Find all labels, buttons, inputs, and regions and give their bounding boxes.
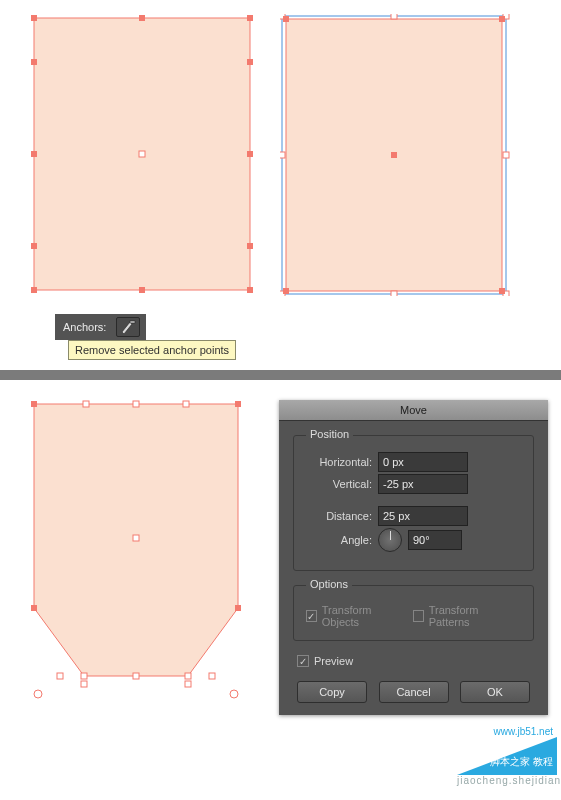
- svg-rect-32: [31, 605, 37, 611]
- svg-rect-41: [133, 535, 139, 541]
- svg-rect-37: [185, 673, 191, 679]
- move-dialog: Move Position Horizontal: Vertical: Dist…: [279, 400, 548, 715]
- svg-rect-28: [391, 152, 397, 158]
- svg-rect-40: [185, 681, 191, 687]
- svg-rect-31: [235, 401, 241, 407]
- position-caption: Position: [306, 428, 353, 440]
- vertical-input[interactable]: [378, 474, 468, 494]
- horizontal-input[interactable]: [378, 452, 468, 472]
- svg-rect-9: [247, 243, 253, 249]
- svg-point-43: [230, 690, 238, 698]
- transform-objects-checkbox[interactable]: ✓ Transform Objects: [306, 604, 401, 628]
- preview-checkbox[interactable]: ✓ Preview: [297, 655, 353, 667]
- position-group: Position Horizontal: Vertical: Distance:…: [293, 435, 534, 571]
- svg-rect-12: [247, 287, 253, 293]
- svg-rect-38: [209, 673, 215, 679]
- top-section: Anchors: Remove selected anchor points: [0, 0, 561, 370]
- svg-rect-35: [81, 673, 87, 679]
- angle-label: Angle:: [306, 534, 372, 546]
- horizontal-label: Horizontal:: [306, 456, 372, 468]
- svg-rect-33: [235, 605, 241, 611]
- options-caption: Options: [306, 578, 352, 590]
- tapered-shape-canvas[interactable]: [20, 398, 252, 708]
- svg-rect-20: [503, 152, 509, 158]
- svg-rect-24: [283, 16, 289, 22]
- svg-rect-8: [31, 243, 37, 249]
- transform-patterns-label: Transform Patterns: [429, 604, 511, 628]
- pen-minus-icon: [120, 320, 136, 334]
- transform-patterns-checkbox[interactable]: Transform Patterns: [413, 604, 511, 628]
- svg-rect-4: [31, 59, 37, 65]
- svg-rect-34: [57, 673, 63, 679]
- svg-rect-45: [133, 401, 139, 407]
- svg-rect-5: [247, 59, 253, 65]
- anchors-toolbar: Anchors:: [55, 314, 146, 340]
- check-icon: ✓: [306, 610, 317, 622]
- copy-button[interactable]: Copy: [297, 681, 367, 703]
- watermark-sub: jiaocheng.shejidian.com: [457, 775, 557, 786]
- svg-rect-30: [31, 401, 37, 407]
- watermark: www.jb51.net 脚本之家 教程 jiaocheng.shejidian…: [457, 746, 557, 786]
- distance-input[interactable]: [378, 506, 468, 526]
- svg-rect-2: [139, 15, 145, 21]
- svg-rect-27: [499, 288, 505, 294]
- distance-label: Distance:: [306, 510, 372, 522]
- svg-rect-17: [391, 14, 397, 19]
- svg-rect-7: [247, 151, 253, 157]
- move-dialog-title: Move: [279, 400, 548, 421]
- svg-rect-36: [133, 673, 139, 679]
- bottom-section: Move Position Horizontal: Vertical: Dist…: [0, 380, 561, 790]
- svg-rect-6: [31, 151, 37, 157]
- svg-rect-44: [83, 401, 89, 407]
- checkbox-icon: [413, 610, 424, 622]
- watermark-url: www.jb51.net: [457, 726, 557, 737]
- remove-anchor-points-button[interactable]: [112, 314, 146, 340]
- right-rectangle-canvas[interactable]: [280, 14, 514, 296]
- svg-rect-22: [391, 291, 397, 296]
- svg-rect-25: [499, 16, 505, 22]
- anchors-label: Anchors:: [55, 314, 112, 340]
- ok-button[interactable]: OK: [460, 681, 530, 703]
- svg-rect-1: [31, 15, 37, 21]
- tooltip-remove-anchor-points: Remove selected anchor points: [68, 340, 236, 360]
- options-group: Options ✓ Transform Objects Transform Pa…: [293, 585, 534, 641]
- svg-rect-29: [130, 321, 135, 323]
- section-divider: [0, 370, 561, 380]
- preview-label: Preview: [314, 655, 353, 667]
- svg-rect-26: [283, 288, 289, 294]
- check-icon: ✓: [297, 655, 309, 667]
- angle-input[interactable]: [408, 530, 462, 550]
- svg-rect-10: [31, 287, 37, 293]
- svg-rect-3: [247, 15, 253, 21]
- svg-rect-19: [280, 152, 285, 158]
- vertical-label: Vertical:: [306, 478, 372, 490]
- svg-rect-11: [139, 287, 145, 293]
- transform-objects-label: Transform Objects: [322, 604, 401, 628]
- angle-knob[interactable]: [378, 528, 402, 552]
- svg-rect-13: [139, 151, 145, 157]
- svg-point-42: [34, 690, 42, 698]
- left-rectangle-canvas[interactable]: [30, 14, 254, 294]
- cancel-button[interactable]: Cancel: [379, 681, 449, 703]
- svg-rect-46: [183, 401, 189, 407]
- svg-rect-39: [81, 681, 87, 687]
- watermark-cn: 脚本之家 教程: [457, 755, 557, 769]
